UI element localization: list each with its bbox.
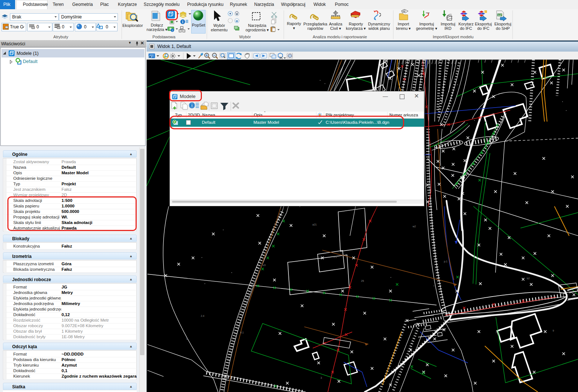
svg-text:i: i [182, 20, 183, 24]
svg-text:1.2: 1.2 [333, 256, 337, 258]
svg-text:9: 9 [553, 329, 554, 332]
svg-text:4.1: 4.1 [240, 331, 244, 334]
svg-text:2.4: 2.4 [201, 315, 204, 317]
svg-text:i: i [191, 103, 192, 108]
svg-text:w2: w2 [412, 225, 416, 228]
svg-text:3: 3 [320, 377, 322, 379]
svg-text:u3: u3 [263, 264, 266, 266]
svg-text:7: 7 [495, 331, 497, 334]
svg-text:a21: a21 [312, 223, 317, 226]
svg-text:6: 6 [186, 337, 188, 340]
svg-text:b2: b2 [527, 277, 530, 280]
svg-text:25: 25 [361, 280, 364, 282]
svg-text:p.1: p.1 [444, 260, 448, 263]
svg-text:SHP: SHP [498, 14, 502, 16]
